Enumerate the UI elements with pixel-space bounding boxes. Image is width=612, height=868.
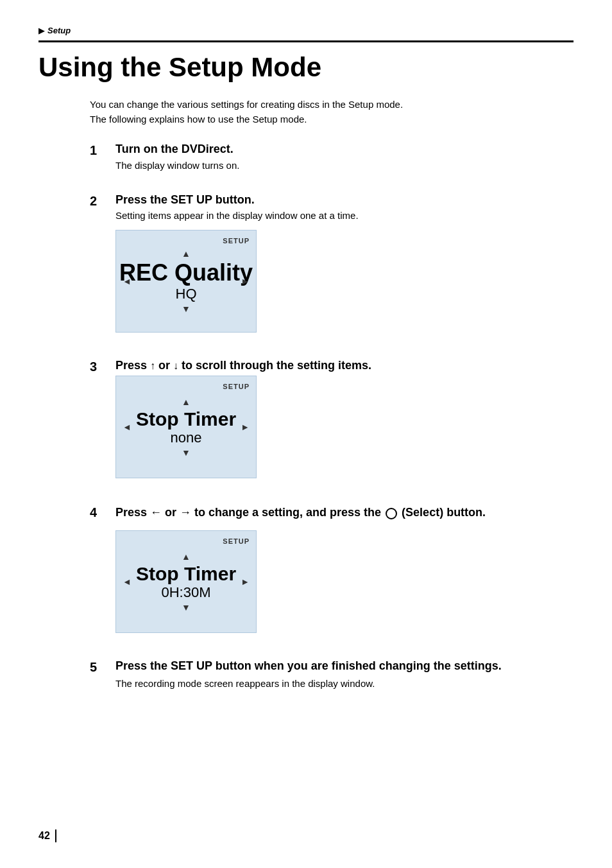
display3-arrow-down: ▼ <box>182 602 191 612</box>
display2-main: Stop Timer <box>136 408 236 430</box>
step-3-prefix: Press <box>115 359 150 372</box>
step-3: 3 Press ↑ or ↓ to scroll through the set… <box>90 358 574 491</box>
step-1-number: 1 <box>90 142 113 159</box>
step-5-main: Press the SET UP button when you are fin… <box>115 659 574 673</box>
step-3-down-arrow: ↓ <box>173 360 178 373</box>
page-footer-rule <box>55 829 56 842</box>
step-2-number: 2 <box>90 193 113 209</box>
display1-sub: HQ <box>176 286 197 302</box>
breadcrumb-arrow: ▶ <box>38 26 45 35</box>
step-3-content: Press ↑ or ↓ to scroll through the setti… <box>115 358 574 491</box>
step-4-suffix: (Select) button. <box>398 506 486 519</box>
display-box-2: SETUP ◄ ► ▲ Stop Timer none ▼ <box>115 376 257 478</box>
display2-arrow-right: ► <box>241 422 250 432</box>
step-1-content: Turn on the DVDirect. The display window… <box>115 142 574 179</box>
page-title: Using the Setup Mode <box>38 53 574 82</box>
step-1-sub: The display window turns on. <box>115 160 574 171</box>
display2-arrow-down: ▼ <box>182 447 191 458</box>
page-container: ▶ Setup Using the Setup Mode You can cha… <box>0 0 612 868</box>
display3-arrow-left: ◄ <box>123 577 132 587</box>
intro-text: You can change the various settings for … <box>90 98 574 126</box>
page-number: 42 <box>38 830 50 842</box>
display3-main: Stop Timer <box>136 563 236 584</box>
top-rule <box>38 40 574 42</box>
breadcrumb-text: Setup <box>47 26 71 35</box>
display2-arrow-up: ▲ <box>182 397 191 407</box>
display1-arrow-left: ◄ <box>123 276 132 286</box>
display-box-1: SETUP ◄ ► ▲ REC Quality HQ ▼ <box>115 230 257 333</box>
page-footer: 42 <box>38 829 56 842</box>
step-2: 2 Press the SET UP button. Setting items… <box>90 193 574 345</box>
step-2-sub: Setting items appear in the display wind… <box>115 210 574 221</box>
step-1-main: Turn on the DVDirect. <box>115 142 574 157</box>
step-5: 5 Press the SET UP button when you are f… <box>90 659 574 688</box>
intro-line2: The following explains how to use the Se… <box>90 114 307 125</box>
step-4-number: 4 <box>90 504 113 521</box>
step-3-up-arrow: ↑ <box>150 360 155 373</box>
display3-setup-label: SETUP <box>223 537 250 545</box>
intro-line1: You can change the various settings for … <box>90 99 403 110</box>
display-box-3: SETUP ◄ ► ▲ Stop Timer 0H:30M ▼ <box>115 530 257 633</box>
step-3-main: Press ↑ or ↓ to scroll through the setti… <box>115 358 574 373</box>
step-2-main: Press the SET UP button. <box>115 193 574 207</box>
step-4: 4 Press ← or → to change a setting, and … <box>90 504 574 646</box>
content-area: You can change the various settings for … <box>38 98 574 689</box>
display1-main: REC Quality <box>119 260 253 286</box>
step-5-sub: The recording mode screen reappears in t… <box>115 678 574 689</box>
display1-arrow-up: ▲ <box>182 248 191 259</box>
display1-setup-label: SETUP <box>223 237 250 245</box>
step-3-or: or <box>155 359 173 372</box>
display1-arrow-down: ▼ <box>182 304 191 314</box>
step-3-number: 3 <box>90 358 113 375</box>
select-circle-icon <box>386 508 397 519</box>
breadcrumb: ▶ Setup <box>38 26 574 35</box>
step-5-content: Press the SET UP button when you are fin… <box>115 659 574 688</box>
display2-sub: none <box>171 430 202 446</box>
display2-setup-label: SETUP <box>223 383 250 390</box>
display3-arrow-up: ▲ <box>182 551 191 562</box>
step-4-prefix: Press ← or → to change a setting, and pr… <box>115 506 384 519</box>
step-5-number: 5 <box>90 659 113 675</box>
display3-sub: 0H:30M <box>161 584 210 601</box>
step-4-main: Press ← or → to change a setting, and pr… <box>115 504 574 521</box>
display1-arrow-right: ► <box>241 276 250 286</box>
display3-arrow-right: ► <box>241 577 250 587</box>
step-1: 1 Turn on the DVDirect. The display wind… <box>90 142 574 179</box>
step-2-content: Press the SET UP button. Setting items a… <box>115 193 574 345</box>
step-4-content: Press ← or → to change a setting, and pr… <box>115 504 574 646</box>
step-3-suffix: to scroll through the setting items. <box>178 359 371 372</box>
display2-arrow-left: ◄ <box>123 422 132 432</box>
